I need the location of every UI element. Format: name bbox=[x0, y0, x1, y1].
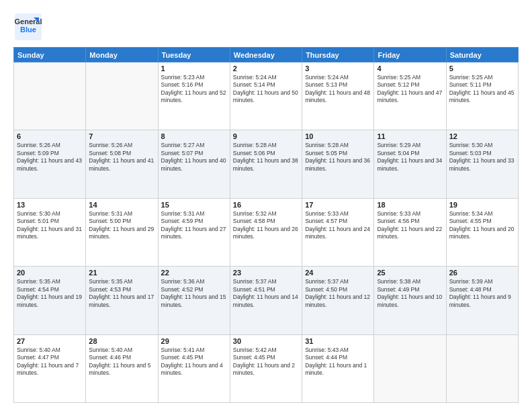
day-number: 2 bbox=[233, 64, 299, 73]
table-row: 30Sunrise: 5:42 AMSunset: 4:45 PMDayligh… bbox=[230, 334, 302, 402]
table-row: 29Sunrise: 5:41 AMSunset: 4:45 PMDayligh… bbox=[158, 334, 230, 402]
day-number: 21 bbox=[89, 269, 154, 277]
day-number: 25 bbox=[377, 269, 443, 277]
day-info: Sunrise: 5:26 AMSunset: 5:09 PMDaylight:… bbox=[17, 142, 83, 173]
day-number: 12 bbox=[449, 132, 515, 140]
day-info: Sunrise: 5:33 AMSunset: 4:57 PMDaylight:… bbox=[305, 210, 371, 241]
day-info: Sunrise: 5:37 AMSunset: 4:51 PMDaylight:… bbox=[233, 278, 299, 309]
day-number: 7 bbox=[89, 132, 154, 140]
table-row: 17Sunrise: 5:33 AMSunset: 4:57 PMDayligh… bbox=[302, 198, 374, 266]
col-sunday: Sunday bbox=[14, 48, 86, 62]
calendar-week-row: 6Sunrise: 5:26 AMSunset: 5:09 PMDaylight… bbox=[14, 130, 519, 198]
day-number: 23 bbox=[233, 269, 299, 277]
table-row: 8Sunrise: 5:27 AMSunset: 5:07 PMDaylight… bbox=[158, 130, 230, 198]
day-number: 5 bbox=[449, 64, 515, 73]
table-row: 26Sunrise: 5:39 AMSunset: 4:48 PMDayligh… bbox=[446, 267, 518, 334]
day-number: 18 bbox=[377, 201, 443, 209]
day-info: Sunrise: 5:37 AMSunset: 4:50 PMDaylight:… bbox=[305, 278, 371, 309]
table-row: 21Sunrise: 5:35 AMSunset: 4:53 PMDayligh… bbox=[86, 267, 158, 334]
day-info: Sunrise: 5:31 AMSunset: 4:59 PMDaylight:… bbox=[161, 210, 227, 241]
day-number: 29 bbox=[161, 337, 227, 345]
day-info: Sunrise: 5:39 AMSunset: 4:48 PMDaylight:… bbox=[449, 278, 515, 309]
day-number: 22 bbox=[161, 269, 227, 277]
calendar-week-row: 1Sunrise: 5:23 AMSunset: 5:16 PMDaylight… bbox=[14, 62, 519, 130]
day-number: 13 bbox=[17, 201, 83, 209]
day-info: Sunrise: 5:36 AMSunset: 4:52 PMDaylight:… bbox=[161, 278, 227, 309]
day-number: 26 bbox=[449, 269, 515, 277]
day-number: 11 bbox=[377, 132, 443, 140]
day-info: Sunrise: 5:35 AMSunset: 4:54 PMDaylight:… bbox=[17, 278, 83, 309]
table-row: 10Sunrise: 5:28 AMSunset: 5:05 PMDayligh… bbox=[302, 130, 374, 198]
page: General Blue Sunday Monday Tuesday Wedne… bbox=[0, 0, 532, 411]
col-monday: Monday bbox=[86, 48, 158, 62]
table-row: 24Sunrise: 5:37 AMSunset: 4:50 PMDayligh… bbox=[302, 267, 374, 334]
table-row: 22Sunrise: 5:36 AMSunset: 4:52 PMDayligh… bbox=[158, 267, 230, 334]
table-row: 7Sunrise: 5:26 AMSunset: 5:08 PMDaylight… bbox=[86, 130, 158, 198]
table-row bbox=[374, 334, 446, 402]
table-row: 20Sunrise: 5:35 AMSunset: 4:54 PMDayligh… bbox=[14, 267, 86, 334]
day-number: 6 bbox=[17, 132, 83, 140]
table-row: 2Sunrise: 5:24 AMSunset: 5:14 PMDaylight… bbox=[230, 62, 302, 130]
table-row: 11Sunrise: 5:29 AMSunset: 5:04 PMDayligh… bbox=[374, 130, 446, 198]
table-row bbox=[446, 334, 518, 402]
day-number: 15 bbox=[161, 201, 227, 209]
day-number: 1 bbox=[161, 64, 227, 73]
day-info: Sunrise: 5:38 AMSunset: 4:49 PMDaylight:… bbox=[377, 278, 443, 309]
col-saturday: Saturday bbox=[446, 48, 518, 62]
day-info: Sunrise: 5:25 AMSunset: 5:11 PMDaylight:… bbox=[449, 74, 515, 105]
day-info: Sunrise: 5:32 AMSunset: 4:58 PMDaylight:… bbox=[233, 210, 299, 241]
day-info: Sunrise: 5:26 AMSunset: 5:08 PMDaylight:… bbox=[89, 142, 154, 173]
day-info: Sunrise: 5:31 AMSunset: 5:00 PMDaylight:… bbox=[89, 210, 154, 241]
table-row bbox=[14, 62, 86, 130]
svg-text:Blue: Blue bbox=[20, 26, 36, 34]
calendar-header-row: Sunday Monday Tuesday Wednesday Thursday… bbox=[14, 48, 519, 62]
calendar-table: Sunday Monday Tuesday Wednesday Thursday… bbox=[13, 47, 519, 403]
table-row: 18Sunrise: 5:33 AMSunset: 4:56 PMDayligh… bbox=[374, 198, 446, 266]
day-info: Sunrise: 5:40 AMSunset: 4:47 PMDaylight:… bbox=[17, 347, 83, 377]
day-info: Sunrise: 5:24 AMSunset: 5:13 PMDaylight:… bbox=[305, 74, 371, 105]
table-row: 31Sunrise: 5:43 AMSunset: 4:44 PMDayligh… bbox=[302, 334, 374, 402]
table-row: 19Sunrise: 5:34 AMSunset: 4:55 PMDayligh… bbox=[446, 198, 518, 266]
day-number: 10 bbox=[305, 132, 371, 140]
table-row: 5Sunrise: 5:25 AMSunset: 5:11 PMDaylight… bbox=[446, 62, 518, 130]
day-number: 31 bbox=[305, 337, 371, 345]
table-row: 12Sunrise: 5:30 AMSunset: 5:03 PMDayligh… bbox=[446, 130, 518, 198]
day-info: Sunrise: 5:25 AMSunset: 5:12 PMDaylight:… bbox=[377, 74, 443, 105]
col-friday: Friday bbox=[374, 48, 446, 62]
table-row: 23Sunrise: 5:37 AMSunset: 4:51 PMDayligh… bbox=[230, 267, 302, 334]
col-wednesday: Wednesday bbox=[230, 48, 302, 62]
day-number: 4 bbox=[377, 64, 443, 73]
table-row: 4Sunrise: 5:25 AMSunset: 5:12 PMDaylight… bbox=[374, 62, 446, 130]
table-row: 15Sunrise: 5:31 AMSunset: 4:59 PMDayligh… bbox=[158, 198, 230, 266]
col-tuesday: Tuesday bbox=[158, 48, 230, 62]
day-number: 14 bbox=[89, 201, 154, 209]
table-row: 14Sunrise: 5:31 AMSunset: 5:00 PMDayligh… bbox=[86, 198, 158, 266]
day-info: Sunrise: 5:35 AMSunset: 4:53 PMDaylight:… bbox=[89, 278, 154, 309]
day-number: 28 bbox=[89, 337, 154, 345]
col-thursday: Thursday bbox=[302, 48, 374, 62]
calendar-week-row: 27Sunrise: 5:40 AMSunset: 4:47 PMDayligh… bbox=[14, 334, 519, 402]
table-row: 25Sunrise: 5:38 AMSunset: 4:49 PMDayligh… bbox=[374, 267, 446, 334]
day-info: Sunrise: 5:41 AMSunset: 4:45 PMDaylight:… bbox=[161, 347, 227, 377]
day-number: 20 bbox=[17, 269, 83, 277]
day-number: 24 bbox=[305, 269, 371, 277]
table-row bbox=[86, 62, 158, 130]
table-row: 3Sunrise: 5:24 AMSunset: 5:13 PMDaylight… bbox=[302, 62, 374, 130]
day-number: 9 bbox=[233, 132, 299, 140]
header: General Blue bbox=[13, 11, 519, 42]
logo: General Blue bbox=[13, 11, 43, 42]
day-number: 3 bbox=[305, 64, 371, 73]
day-info: Sunrise: 5:24 AMSunset: 5:14 PMDaylight:… bbox=[233, 74, 299, 105]
day-info: Sunrise: 5:42 AMSunset: 4:45 PMDaylight:… bbox=[233, 347, 299, 377]
day-info: Sunrise: 5:30 AMSunset: 5:03 PMDaylight:… bbox=[449, 142, 515, 173]
day-number: 16 bbox=[233, 201, 299, 209]
day-info: Sunrise: 5:28 AMSunset: 5:05 PMDaylight:… bbox=[305, 142, 371, 173]
day-info: Sunrise: 5:29 AMSunset: 5:04 PMDaylight:… bbox=[377, 142, 443, 173]
day-info: Sunrise: 5:34 AMSunset: 4:55 PMDaylight:… bbox=[449, 210, 515, 241]
table-row: 6Sunrise: 5:26 AMSunset: 5:09 PMDaylight… bbox=[14, 130, 86, 198]
day-info: Sunrise: 5:23 AMSunset: 5:16 PMDaylight:… bbox=[161, 74, 227, 105]
table-row: 27Sunrise: 5:40 AMSunset: 4:47 PMDayligh… bbox=[14, 334, 86, 402]
day-info: Sunrise: 5:30 AMSunset: 5:01 PMDaylight:… bbox=[17, 210, 83, 241]
day-number: 8 bbox=[161, 132, 227, 140]
day-info: Sunrise: 5:27 AMSunset: 5:07 PMDaylight:… bbox=[161, 142, 227, 173]
